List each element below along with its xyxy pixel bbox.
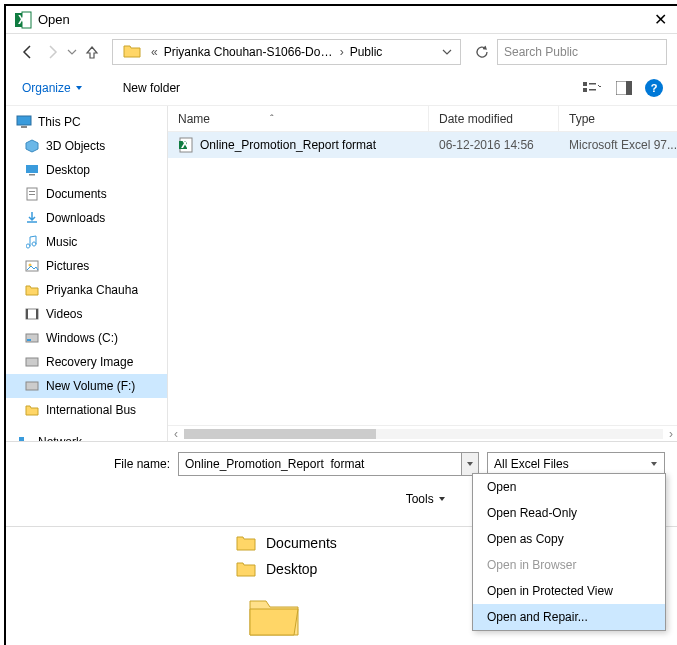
folder-icon — [24, 403, 40, 417]
tree-network[interactable]: Network — [6, 430, 167, 441]
folder-icon — [236, 561, 256, 577]
tree-videos[interactable]: Videos — [6, 302, 167, 326]
tree-label: Windows (C:) — [46, 331, 118, 345]
desktop-icon — [24, 163, 40, 177]
svg-rect-24 — [26, 382, 38, 390]
menu-open-protected[interactable]: Open in Protected View — [473, 578, 665, 604]
tree-label: Desktop — [46, 163, 90, 177]
up-button[interactable] — [82, 42, 102, 62]
tree-new-volume-f[interactable]: New Volume (F:) — [6, 374, 167, 398]
svg-rect-11 — [26, 165, 38, 173]
help-button[interactable]: ? — [645, 79, 663, 97]
open-dropdown-menu: Open Open Read-Only Open as Copy Open in… — [472, 473, 666, 631]
tree-pictures[interactable]: Pictures — [6, 254, 167, 278]
svg-rect-10 — [21, 126, 27, 128]
search-input[interactable]: Search Public — [497, 39, 667, 65]
breadcrumb-segment-2[interactable]: Public — [350, 45, 383, 59]
menu-open-readonly[interactable]: Open Read-Only — [473, 500, 665, 526]
file-date: 06-12-2016 14:56 — [429, 132, 559, 158]
tree-windows-c[interactable]: Windows (C:) — [6, 326, 167, 350]
column-headers: Name ˆ Date modified Type — [168, 106, 677, 132]
svg-rect-14 — [29, 191, 35, 192]
tree-label: Priyanka Chauha — [46, 283, 138, 297]
scroll-right-icon[interactable]: › — [669, 427, 673, 441]
objects-icon — [24, 139, 40, 153]
tree-recovery[interactable]: Recovery Image — [6, 350, 167, 374]
tree-3d-objects[interactable]: 3D Objects — [6, 134, 167, 158]
file-row[interactable]: X Online_Promotion_Report format 06-12-2… — [168, 132, 677, 158]
nav-tree: This PC 3D Objects Desktop Documents Dow… — [6, 106, 168, 441]
tree-label: Recovery Image — [46, 355, 133, 369]
scroll-left-icon[interactable]: ‹ — [174, 427, 178, 441]
downloads-icon — [24, 211, 40, 225]
pc-icon — [16, 115, 32, 129]
tree-music[interactable]: Music — [6, 230, 167, 254]
tree-label: Documents — [46, 187, 107, 201]
window-title: Open — [38, 12, 650, 27]
chevron-right-icon: › — [338, 45, 346, 59]
svg-rect-22 — [27, 339, 31, 341]
tree-international[interactable]: International Bus — [6, 398, 167, 422]
tree-downloads[interactable]: Downloads — [6, 206, 167, 230]
breadcrumb-segment-1[interactable]: Priyanka Chouhan-S1066-Doc... — [164, 45, 334, 59]
tree-documents[interactable]: Documents — [6, 182, 167, 206]
excel-file-icon: X — [178, 137, 194, 153]
videos-icon — [24, 307, 40, 321]
documents-icon — [24, 187, 40, 201]
svg-rect-5 — [589, 83, 596, 85]
file-type: Microsoft Excel 97... — [559, 132, 677, 158]
tree-priyanka[interactable]: Priyanka Chauha — [6, 278, 167, 302]
titlebar: X Open ✕ — [6, 6, 677, 34]
tree-label: Pictures — [46, 259, 89, 273]
chevron-icon: « — [149, 45, 160, 59]
view-mode-button[interactable] — [581, 77, 603, 99]
file-pane: Name ˆ Date modified Type X Online_Promo… — [168, 106, 677, 441]
close-button[interactable]: ✕ — [650, 10, 671, 29]
search-placeholder: Search Public — [504, 45, 578, 59]
col-date[interactable]: Date modified — [429, 106, 559, 131]
toolbar: Organize New folder ? — [6, 70, 677, 106]
horizontal-scrollbar[interactable]: ‹ › — [168, 425, 677, 441]
organize-label: Organize — [22, 81, 71, 95]
filename-label: File name: — [20, 457, 170, 471]
breadcrumb-dropdown[interactable] — [440, 47, 454, 57]
menu-open-repair[interactable]: Open and Repair... — [473, 604, 665, 630]
menu-open-copy[interactable]: Open as Copy — [473, 526, 665, 552]
network-icon — [16, 435, 32, 441]
tools-button[interactable]: Tools — [406, 492, 446, 506]
svg-rect-25 — [19, 437, 24, 441]
col-name[interactable]: Name ˆ — [168, 106, 429, 131]
bg-label: Documents — [266, 535, 337, 551]
tree-label: 3D Objects — [46, 139, 105, 153]
view-tools: ? — [581, 77, 663, 99]
tree-label: New Volume (F:) — [46, 379, 135, 393]
tree-desktop[interactable]: Desktop — [6, 158, 167, 182]
breadcrumb[interactable]: « Priyanka Chouhan-S1066-Doc... › Public — [112, 39, 461, 65]
recent-dropdown[interactable] — [66, 42, 78, 62]
svg-rect-23 — [26, 358, 38, 366]
tree-label: Videos — [46, 307, 82, 321]
svg-rect-20 — [36, 309, 38, 319]
tree-label: Music — [46, 235, 77, 249]
drive-icon — [24, 355, 40, 369]
new-folder-button[interactable]: New folder — [123, 81, 180, 95]
back-button[interactable] — [18, 42, 38, 62]
svg-rect-15 — [29, 194, 35, 195]
organize-button[interactable]: Organize — [22, 81, 83, 95]
svg-text:X: X — [181, 137, 189, 151]
tree-label: This PC — [38, 115, 81, 129]
tree-this-pc[interactable]: This PC — [6, 110, 167, 134]
refresh-button[interactable] — [471, 41, 493, 63]
preview-pane-button[interactable] — [613, 77, 635, 99]
tree-label: Downloads — [46, 211, 105, 225]
menu-open[interactable]: Open — [473, 474, 665, 500]
filename-field[interactable] — [178, 452, 461, 476]
bg-label: Desktop — [266, 561, 317, 577]
filter-label: All Excel Files — [494, 457, 569, 471]
svg-rect-6 — [589, 89, 596, 91]
excel-icon: X — [14, 11, 32, 29]
filename-input[interactable] — [178, 452, 479, 476]
forward-button[interactable] — [42, 42, 62, 62]
svg-rect-19 — [26, 309, 28, 319]
col-type[interactable]: Type — [559, 106, 677, 131]
